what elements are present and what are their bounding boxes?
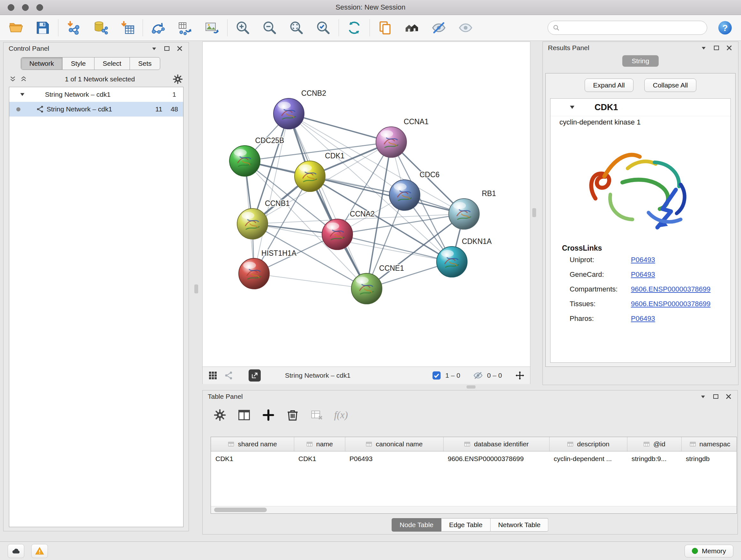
column-header-canonical-name[interactable]: canonical name: [345, 437, 443, 451]
network-node-CDC6[interactable]: [389, 180, 420, 210]
network-node-CDC25B[interactable]: [229, 145, 260, 176]
search-input[interactable]: [548, 21, 707, 35]
network-node-RB1[interactable]: [449, 199, 479, 229]
cell-id[interactable]: stringdb:9...: [627, 451, 681, 466]
network-row-selected[interactable]: String Network – cdk1 11 48: [9, 102, 183, 117]
first-neighbors-button[interactable]: [149, 19, 167, 37]
save-session-button[interactable]: [34, 19, 52, 37]
tab-edge-table[interactable]: Edge Table: [441, 518, 490, 532]
network-collection-row[interactable]: String Network – cdk1 1: [9, 87, 183, 102]
compartments-link[interactable]: 9606.ENSP00000378699: [631, 285, 711, 294]
network-canvas[interactable]: CCNB2CCNA1CDC25BCDK1CDC6RB1CCNB1CCNA2CDK…: [203, 42, 530, 367]
selected-items-checkbox-icon[interactable]: [431, 370, 442, 381]
column-header-description[interactable]: description: [549, 437, 627, 451]
horizontal-scrollbar[interactable]: [211, 506, 737, 513]
help-button[interactable]: ?: [716, 19, 734, 37]
double-chevron-down-icon[interactable]: [9, 75, 17, 83]
uniprot-link[interactable]: P06493: [631, 256, 655, 264]
double-chevron-up-icon[interactable]: [19, 75, 28, 83]
import-network-database-button[interactable]: [91, 19, 110, 37]
duplicate-network-button[interactable]: [376, 19, 394, 37]
hide-selected-button[interactable]: [430, 19, 448, 37]
open-session-button[interactable]: [7, 19, 25, 37]
cell-database-identifier[interactable]: 9606.ENSP00000378699: [443, 451, 549, 466]
new-network-from-table-button[interactable]: [176, 19, 194, 37]
splitter-handle[interactable]: [194, 285, 198, 294]
cell-name[interactable]: CDK1: [294, 451, 345, 466]
close-panel-button[interactable]: [176, 45, 184, 52]
tab-network-table[interactable]: Network Table: [490, 518, 549, 532]
section-collapse-icon[interactable]: [568, 104, 576, 111]
tab-select[interactable]: Select: [94, 57, 130, 70]
zoom-fit-button[interactable]: [287, 19, 306, 37]
warnings-button[interactable]: [31, 544, 48, 558]
grid-view-icon[interactable]: [208, 370, 218, 381]
zoom-out-button[interactable]: [261, 19, 279, 37]
network-node-CCNB2[interactable]: [273, 98, 304, 129]
hidden-items-eye-icon[interactable]: [473, 370, 483, 381]
network-node-HIST1H1A[interactable]: [239, 258, 269, 289]
genecard-link[interactable]: P06493: [631, 270, 655, 279]
import-table-button[interactable]: [118, 19, 136, 37]
column-header-namespace[interactable]: namespac: [681, 437, 737, 451]
splitter-handle[interactable]: [467, 385, 475, 388]
cell-description[interactable]: cyclin-dependent ...: [549, 451, 627, 466]
network-node-CCNA1[interactable]: [376, 127, 407, 158]
network-overview-icon[interactable]: [224, 370, 234, 381]
cell-canonical-name[interactable]: P06493: [345, 451, 443, 466]
network-edge[interactable]: [289, 114, 367, 289]
delete-table-button[interactable]: [310, 408, 324, 422]
tab-node-table[interactable]: Node Table: [392, 518, 441, 532]
show-columns-button[interactable]: [237, 408, 251, 422]
collapse-panel-button[interactable]: [700, 44, 708, 52]
zoom-in-button[interactable]: [234, 19, 252, 37]
splitter-handle[interactable]: [532, 208, 536, 217]
network-node-CCNB1[interactable]: [237, 208, 268, 239]
network-node-CCNA2[interactable]: [322, 219, 353, 250]
close-panel-button[interactable]: [725, 393, 732, 400]
close-panel-button[interactable]: [725, 44, 733, 52]
cloud-status-button[interactable]: [8, 544, 24, 558]
pan-move-icon[interactable]: [515, 370, 525, 381]
show-hidden-button[interactable]: [457, 19, 475, 37]
float-panel-button[interactable]: [712, 393, 720, 400]
scrollbar-thumb[interactable]: [214, 508, 267, 512]
table-row[interactable]: CDK1 CDK1 P06493 9606.ENSP00000378699 cy…: [211, 451, 737, 466]
column-header-name[interactable]: name: [294, 437, 345, 451]
column-header-shared-name[interactable]: shared name: [211, 437, 294, 451]
tab-network[interactable]: Network: [21, 57, 63, 70]
detach-view-button[interactable]: [249, 369, 261, 381]
float-panel-button[interactable]: [163, 45, 171, 52]
import-network-file-button[interactable]: [65, 19, 83, 37]
delete-column-button[interactable]: [286, 408, 300, 422]
zoom-selected-button[interactable]: [314, 19, 332, 37]
network-node-CDKN1A[interactable]: [436, 246, 467, 277]
collapse-all-button[interactable]: Collapse All: [644, 78, 697, 92]
network-edge[interactable]: [310, 176, 464, 214]
function-builder-button[interactable]: f(x): [334, 409, 348, 421]
tree-expander-icon[interactable]: [19, 91, 26, 98]
add-column-button[interactable]: [261, 408, 275, 422]
network-node-CCNE1[interactable]: [351, 273, 382, 304]
memory-button[interactable]: Memory: [684, 545, 733, 557]
tab-style[interactable]: Style: [63, 57, 94, 70]
table-settings-gear-button[interactable]: [213, 408, 227, 422]
tab-string[interactable]: String: [622, 55, 659, 67]
network-edge[interactable]: [254, 273, 367, 289]
tissues-link[interactable]: 9606.ENSP00000378699: [631, 300, 711, 308]
refresh-view-button[interactable]: [345, 19, 363, 37]
cell-namespace[interactable]: stringdb: [681, 451, 737, 466]
pharos-link[interactable]: P06493: [631, 314, 655, 323]
expand-all-button[interactable]: Expand All: [585, 78, 633, 92]
network-options-gear-button[interactable]: [172, 73, 184, 85]
cell-shared-name[interactable]: CDK1: [211, 451, 294, 466]
column-header-id[interactable]: @id: [627, 437, 681, 451]
column-header-database-identifier[interactable]: database identifier: [443, 437, 549, 451]
export-image-button[interactable]: [203, 19, 221, 37]
collapse-panel-button[interactable]: [150, 45, 158, 52]
network-node-CDK1[interactable]: [294, 161, 325, 192]
network-edge[interactable]: [337, 234, 452, 262]
show-all-levels-button[interactable]: [403, 19, 421, 37]
tab-sets[interactable]: Sets: [130, 57, 160, 70]
float-panel-button[interactable]: [713, 44, 720, 52]
